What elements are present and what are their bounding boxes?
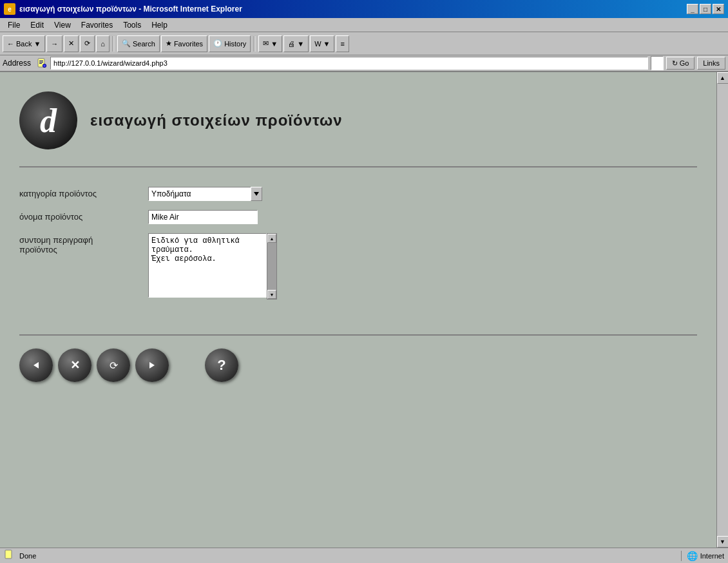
help-icon: ? <box>217 357 225 374</box>
nav-buttons: ✕ ⟳ ? <box>19 348 697 382</box>
description-row: συντομη περιγραφή προϊόντος Ειδικό για α… <box>19 233 697 300</box>
forward-nav-icon <box>149 362 155 368</box>
search-icon: 🔍 <box>122 39 131 48</box>
scroll-down-button[interactable]: ▼ <box>717 536 729 548</box>
window-title: εισαγωγή στοιχείων προϊόντων - Microsoft… <box>19 5 687 14</box>
textarea-scroll-up[interactable]: ▲ <box>267 234 276 243</box>
history-button[interactable]: 🕐 History <box>209 35 251 52</box>
category-label: κατηγορία προϊόντος <box>19 187 148 198</box>
back-button[interactable]: ← Back ▼ <box>3 35 45 52</box>
mail-dropdown-icon: ▼ <box>271 40 278 48</box>
menu-favorites[interactable]: Favorites <box>76 19 118 31</box>
links-button[interactable]: Links <box>697 57 725 70</box>
menu-file[interactable]: File <box>3 19 25 31</box>
svg-rect-3 <box>39 63 42 64</box>
maximize-button[interactable]: □ <box>700 4 711 14</box>
go-button[interactable]: ↻ Go <box>666 57 695 70</box>
svg-rect-6 <box>5 550 12 558</box>
print-dropdown-icon: ▼ <box>297 40 304 48</box>
category-control: Υποδήματα Ένδυση Αξεσουάρ <box>148 187 697 201</box>
edit-button[interactable]: W ▼ <box>310 35 334 52</box>
title-bar-icon: e <box>4 3 15 15</box>
help-nav-button[interactable]: ? <box>205 348 238 382</box>
address-dropdown[interactable] <box>651 56 664 70</box>
category-dropdown-arrow[interactable] <box>251 187 262 201</box>
print-button[interactable]: 🖨 ▼ <box>283 35 309 52</box>
back-nav-button[interactable] <box>19 348 53 382</box>
textarea-scrollbar: ▲ ▼ <box>267 233 277 300</box>
status-page-icon <box>4 549 14 562</box>
home-icon: ⌂ <box>101 40 105 48</box>
description-textarea[interactable]: Ειδικό για αθλητικά τραύματα. Έχει αερόσ… <box>148 233 267 298</box>
page-content: d εισαγωγή στοιχείων προϊόντων κατηγορία… <box>0 72 716 548</box>
cancel-icon: ✕ <box>70 358 80 372</box>
title-bar: e εισαγωγή στοιχείων προϊόντων - Microso… <box>0 0 728 18</box>
toolbar: ← Back ▼ → ✕ ⟳ ⌂ 🔍 Search ★ Favorites 🕐 … <box>0 32 728 55</box>
back-arrow-icon: ← <box>7 40 14 48</box>
discuss-icon: ≡ <box>340 40 344 48</box>
refresh-nav-button[interactable]: ⟳ <box>97 348 130 382</box>
minimize-button[interactable]: _ <box>687 4 698 14</box>
category-row: κατηγορία προϊόντος Υποδήματα Ένδυση Αξε… <box>19 187 697 201</box>
back-dropdown-icon: ▼ <box>34 40 41 48</box>
textarea-scroll-down[interactable]: ▼ <box>267 290 276 299</box>
menu-tools[interactable]: Tools <box>118 19 146 31</box>
description-label: συντομη περιγραφή προϊόντος <box>19 233 148 254</box>
links-label: Links <box>703 59 720 67</box>
address-input[interactable] <box>50 57 648 70</box>
name-input[interactable] <box>148 210 258 224</box>
stop-icon: ✕ <box>68 39 74 48</box>
logo-area: d εισαγωγή στοιχείων προϊόντων <box>19 85 697 156</box>
page-heading: εισαγωγή στοιχείων προϊόντων <box>90 111 343 129</box>
edit-icon: W <box>314 40 321 48</box>
close-button[interactable]: ✕ <box>713 4 724 14</box>
name-label: όνομα προϊόντος <box>19 210 148 222</box>
description-control: Ειδικό για αθλητικά τραύματα. Έχει αερόσ… <box>148 233 697 300</box>
menu-bar: File Edit View Favorites Tools Help <box>0 18 728 32</box>
scroll-up-button[interactable]: ▲ <box>717 72 729 84</box>
toolbar-sep-1 <box>113 36 114 52</box>
search-button[interactable]: 🔍 Search <box>117 35 160 52</box>
go-arrow-icon: ↻ <box>672 59 678 68</box>
zone-text: Internet <box>700 552 724 560</box>
back-nav-icon <box>34 362 39 368</box>
stop-button[interactable]: ✕ <box>64 35 79 52</box>
discuss-button[interactable]: ≡ <box>336 35 349 52</box>
arrow-down-icon <box>254 192 259 196</box>
favorites-button[interactable]: ★ Favorites <box>161 35 207 52</box>
category-select[interactable]: Υποδήματα Ένδυση Αξεσουάρ <box>148 187 251 201</box>
svg-point-5 <box>43 64 46 67</box>
menu-view[interactable]: View <box>49 19 76 31</box>
address-bar: Address ↻ Go Links <box>0 55 728 72</box>
address-label: Address <box>3 59 34 68</box>
title-bar-buttons[interactable]: _ □ ✕ <box>687 4 724 14</box>
search-label: Search <box>133 40 155 48</box>
toolbar-sep-2 <box>254 36 255 52</box>
status-text: Done <box>19 552 676 560</box>
status-zone: 🌐 Internet <box>681 551 724 561</box>
menu-edit[interactable]: Edit <box>25 19 49 31</box>
forward-nav-button[interactable] <box>135 348 169 382</box>
page-scrollbar: ▲ ▼ <box>716 72 728 548</box>
favorites-icon: ★ <box>166 39 172 48</box>
menu-help[interactable]: Help <box>146 19 173 31</box>
name-row: όνομα προϊόντος <box>19 210 697 224</box>
footer-divider <box>19 334 697 336</box>
print-icon: 🖨 <box>288 40 295 48</box>
svg-rect-1 <box>39 61 43 61</box>
home-button[interactable]: ⌂ <box>96 35 110 52</box>
logo-icon: d <box>19 91 77 149</box>
back-label: Back <box>16 40 32 48</box>
svg-rect-2 <box>39 62 43 62</box>
mail-button[interactable]: ✉ ▼ <box>258 35 282 52</box>
forward-button[interactable]: → <box>46 35 62 52</box>
refresh-nav-icon: ⟳ <box>110 359 118 372</box>
status-bar: Done 🌐 Internet <box>0 548 728 563</box>
refresh-icon: ⟳ <box>84 39 90 48</box>
header-divider <box>19 166 697 167</box>
forward-arrow-icon: → <box>51 40 58 48</box>
go-label: Go <box>680 59 689 67</box>
refresh-button[interactable]: ⟳ <box>80 35 95 52</box>
cancel-nav-button[interactable]: ✕ <box>58 348 91 382</box>
content-area: d εισαγωγή στοιχείων προϊόντων κατηγορία… <box>0 72 728 548</box>
